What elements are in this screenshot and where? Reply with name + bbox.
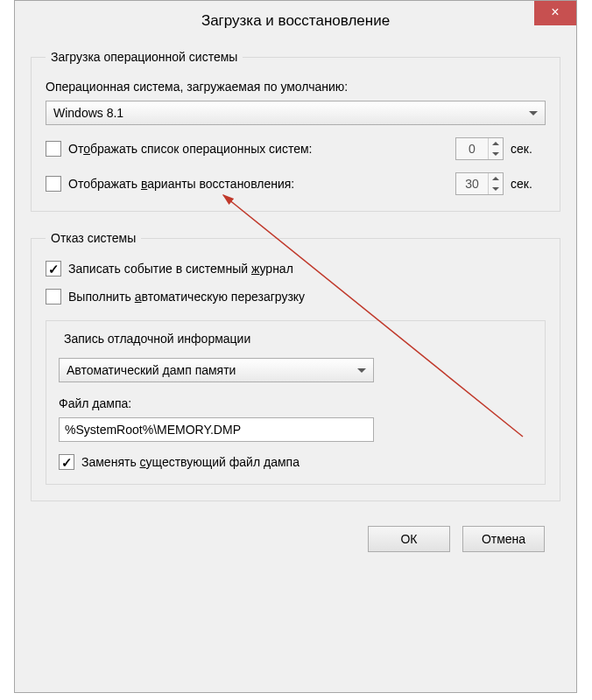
show-recovery-checkbox[interactable] (46, 176, 61, 192)
failure-group: Отказ системы Записать событие в системн… (31, 231, 560, 501)
default-os-value: Windows 8.1 (53, 106, 123, 120)
window-title: Загрузка и восстановление (15, 1, 576, 41)
dump-type-value: Автоматический дамп памяти (67, 363, 236, 377)
dump-file-label: Файл дампа: (59, 396, 532, 410)
recovery-seconds-spinner[interactable] (455, 172, 504, 195)
button-row: ОК Отмена (31, 521, 560, 552)
failure-legend: Отказ системы (46, 231, 141, 245)
title-bar: Загрузка и восстановление × (15, 1, 576, 41)
log-event-checkbox[interactable] (46, 261, 61, 276)
startup-legend: Загрузка операционной системы (46, 50, 243, 64)
spinner-down-icon[interactable] (489, 184, 503, 194)
ok-button[interactable]: ОК (368, 526, 450, 552)
debug-info-group: Запись отладочной информации Автоматичес… (46, 320, 546, 485)
overwrite-dump-checkbox[interactable] (59, 454, 74, 470)
default-os-label: Операционная система, загружаемая по умо… (46, 80, 546, 94)
auto-restart-checkbox[interactable] (46, 289, 61, 304)
chevron-down-icon (529, 111, 538, 116)
close-icon: × (551, 4, 559, 19)
client-area: Загрузка операционной системы Операционн… (15, 41, 576, 566)
dump-file-input[interactable] (59, 417, 374, 442)
show-os-list-label[interactable]: Отображать список операционных систем: (68, 142, 312, 156)
chevron-down-icon (357, 368, 366, 373)
show-recovery-label[interactable]: Отображать варианты восстановления: (68, 177, 294, 191)
log-event-label[interactable]: Записать событие в системный журнал (68, 262, 293, 276)
cancel-button[interactable]: Отмена (462, 526, 545, 552)
dialog-window: Загрузка и восстановление × Загрузка опе… (14, 0, 577, 693)
seconds-unit: сек. (511, 177, 546, 191)
show-os-list-checkbox[interactable] (46, 141, 61, 157)
os-list-seconds-spinner[interactable] (455, 137, 504, 160)
recovery-seconds-input[interactable] (456, 176, 488, 192)
spinner-up-icon[interactable] (489, 173, 503, 184)
os-list-seconds-input[interactable] (456, 141, 488, 157)
close-button[interactable]: × (534, 1, 576, 25)
spinner-up-icon[interactable] (489, 138, 503, 149)
spinner-down-icon[interactable] (489, 149, 503, 159)
dump-type-select[interactable]: Автоматический дамп памяти (59, 358, 374, 382)
startup-group: Загрузка операционной системы Операционн… (31, 50, 560, 212)
default-os-select[interactable]: Windows 8.1 (46, 101, 546, 125)
debug-info-legend: Запись отладочной информации (59, 332, 256, 346)
auto-restart-label[interactable]: Выполнить автоматическую перезагрузку (68, 290, 305, 304)
overwrite-dump-label[interactable]: Заменять существующий файл дампа (81, 455, 300, 469)
seconds-unit: сек. (511, 142, 546, 156)
